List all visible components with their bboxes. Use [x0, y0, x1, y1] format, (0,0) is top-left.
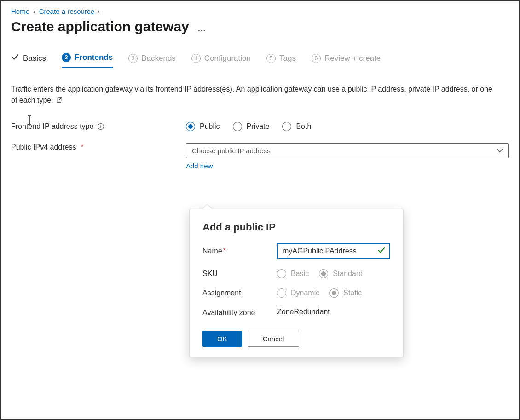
row-availability-zone: Availability zone ZoneRedundant — [202, 308, 390, 318]
tab-basics[interactable]: Basics — [11, 53, 46, 68]
more-icon[interactable]: … — [197, 24, 207, 33]
intro-text: Traffic enters the application gateway v… — [11, 84, 499, 106]
select-public-ip-placeholder: Choose public IP address — [192, 147, 271, 155]
radio-assign-static: Static — [329, 288, 362, 298]
label-public-ip: Public IPv4 address* — [11, 143, 186, 151]
svg-rect-2 — [101, 125, 101, 126]
tab-frontends-label: Frontends — [75, 53, 113, 62]
breadcrumb-home[interactable]: Home — [11, 7, 29, 15]
radio-sku-basic: Basic — [277, 269, 309, 278]
tab-backends-label: Backends — [141, 54, 176, 63]
tab-step-number-icon: 5 — [266, 54, 276, 63]
external-link-icon[interactable] — [56, 95, 63, 106]
radio-assign-static-label: Static — [343, 289, 362, 297]
select-public-ip[interactable]: Choose public IP address — [186, 143, 509, 158]
chevron-right-icon: › — [98, 8, 100, 15]
tab-configuration-label: Configuration — [204, 54, 251, 63]
radio-private[interactable]: Private — [233, 122, 270, 131]
tab-review-label: Review + create — [324, 54, 381, 63]
radio-public[interactable]: Public — [186, 122, 220, 131]
tab-configuration[interactable]: 4 Configuration — [191, 54, 251, 68]
label-availability-zone: Availability zone — [202, 308, 277, 318]
page-title-text: Create application gateway — [11, 19, 189, 34]
radio-assign-dynamic-label: Dynamic — [291, 289, 319, 297]
value-availability-zone: ZoneRedundant — [277, 308, 330, 316]
info-icon[interactable] — [97, 123, 104, 130]
add-public-ip-callout: Add a public IP Name* SKU Basic Standard… — [189, 209, 404, 357]
radio-assign-dynamic: Dynamic — [277, 288, 319, 298]
breadcrumb-create-resource[interactable]: Create a resource — [39, 7, 94, 15]
label-sku: SKU — [202, 270, 277, 278]
name-field-wrap — [277, 243, 390, 259]
radio-sku-standard-label: Standard — [333, 270, 363, 278]
radio-group-assignment: Dynamic Static — [277, 288, 362, 298]
row-name: Name* — [202, 243, 390, 259]
tab-tags-label: Tags — [279, 54, 296, 63]
chevron-right-icon: › — [33, 8, 35, 15]
radio-sku-basic-label: Basic — [291, 270, 309, 278]
required-star-icon: * — [223, 247, 226, 255]
breadcrumb: Home › Create a resource › — [11, 6, 509, 18]
tab-step-number-icon: 2 — [62, 53, 71, 62]
row-public-ip: Public IPv4 address* Choose public IP ad… — [11, 143, 509, 158]
ok-button[interactable]: OK — [202, 331, 242, 347]
valid-checkmark-icon — [377, 246, 386, 256]
name-field[interactable] — [282, 247, 377, 256]
radio-group-ip-type: Public Private Both — [186, 122, 311, 131]
row-assignment: Assignment Dynamic Static — [202, 288, 390, 298]
page-title: Create application gateway … — [11, 19, 509, 35]
radio-both-label: Both — [296, 122, 311, 131]
radio-both[interactable]: Both — [282, 122, 311, 131]
checkmark-icon — [11, 53, 19, 63]
chevron-down-icon — [497, 147, 503, 154]
tab-basics-label: Basics — [23, 54, 46, 63]
tab-step-number-icon: 6 — [312, 54, 321, 63]
row-frontend-ip-type: Frontend IP address type Public Private … — [11, 122, 509, 131]
tabs: Basics 2 Frontends 3 Backends 4 Configur… — [11, 53, 509, 71]
add-new-link[interactable]: Add new — [186, 162, 509, 170]
required-star-icon: * — [81, 143, 83, 151]
label-name: Name* — [202, 247, 277, 255]
tab-review-create[interactable]: 6 Review + create — [312, 54, 381, 68]
tab-step-number-icon: 3 — [128, 54, 138, 63]
cancel-button[interactable]: Cancel — [248, 331, 300, 347]
callout-buttons: OK Cancel — [202, 331, 390, 347]
svg-rect-1 — [101, 126, 101, 128]
radio-group-sku: Basic Standard — [277, 269, 363, 278]
row-sku: SKU Basic Standard — [202, 269, 390, 278]
tab-backends[interactable]: 3 Backends — [128, 54, 176, 68]
tab-step-number-icon: 4 — [191, 54, 201, 63]
tab-frontends[interactable]: 2 Frontends — [62, 53, 113, 68]
radio-sku-standard: Standard — [319, 269, 363, 278]
callout-title: Add a public IP — [202, 221, 390, 233]
label-frontend-ip-type: Frontend IP address type — [11, 122, 186, 131]
tab-tags[interactable]: 5 Tags — [266, 54, 296, 68]
label-assignment: Assignment — [202, 289, 277, 297]
radio-private-label: Private — [247, 122, 270, 131]
radio-public-label: Public — [200, 122, 220, 131]
